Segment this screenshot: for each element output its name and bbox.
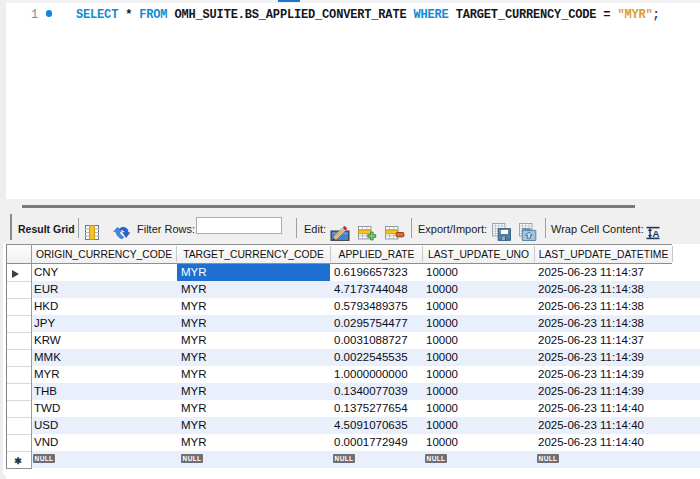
svg-text:A: A xyxy=(653,228,660,239)
